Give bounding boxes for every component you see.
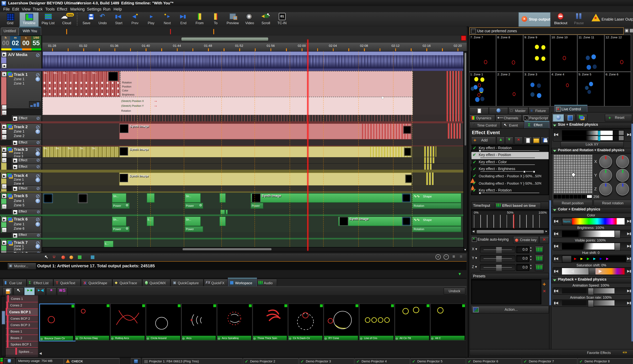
track-header-4[interactable]: Track 4 ⊘ Zone 1 ! Zone 4 xyxy=(7,172,42,186)
status-projector-1[interactable]: Projector 1: FB4 06613 (Ping 7ms) xyxy=(142,358,243,364)
page-spokes-more[interactable]: Spokes ... xyxy=(6,349,38,355)
t5-box3[interactable]: − xyxy=(2,204,7,209)
t1-right-clips[interactable] xyxy=(446,71,462,115)
record-red-icon[interactable] xyxy=(61,256,65,259)
play-button[interactable]: ► Play xyxy=(144,12,158,26)
pages-left-arrow-icon[interactable]: ◀ xyxy=(39,352,42,355)
cloud-button[interactable]: ☁ beta Cloud xyxy=(58,12,75,26)
effect-item-5[interactable]: ✓ Oscillating effect - Position X [-50%.… xyxy=(472,173,549,180)
tab-quicktrace[interactable]: ◆QuickTrace xyxy=(112,279,142,287)
no-output-icon[interactable]: ⊘ xyxy=(36,124,40,130)
scroll-thumb[interactable] xyxy=(476,230,544,234)
effect-play-button[interactable]: ▶ xyxy=(13,158,18,163)
t5-power2[interactable]: Power⚙ xyxy=(185,203,203,209)
playback-section-header[interactable]: Playback + Enabled physics xyxy=(551,278,633,283)
tab-quicktext[interactable]: TQuickText xyxy=(53,279,81,287)
cue-tile[interactable]: ◎Cir Across Diag xyxy=(75,304,110,340)
scroll-down-icon[interactable]: ▼ xyxy=(464,248,467,251)
zone-cell-6[interactable]: 6: Zone 6 xyxy=(604,72,631,106)
y-slider[interactable] xyxy=(480,255,515,262)
status-monitor-button[interactable] xyxy=(4,358,15,364)
t1-box2[interactable] xyxy=(2,105,7,110)
y-value[interactable]: 0.0 xyxy=(516,255,529,262)
t5-synth-thumb[interactable] xyxy=(252,194,261,202)
y-fft-button[interactable] xyxy=(535,255,544,262)
t6-shape-clip[interactable]: ∿∿ Shape xyxy=(412,216,461,226)
action-button[interactable]: Action... xyxy=(471,306,549,314)
brightness-slider[interactable]: ▮◀ ▶▮ xyxy=(553,230,633,238)
no-output-icon[interactable]: ⊘ xyxy=(37,209,40,214)
anim-scan-slider[interactable]: ▮◀ ▶▮ xyxy=(553,300,633,307)
x-spinner[interactable]: ▲▼ xyxy=(530,246,532,252)
zone-cell-10[interactable]: 10: Zone 10 xyxy=(550,35,577,72)
knob-z-fine[interactable] xyxy=(616,182,629,196)
playlist-button[interactable]: Play List xyxy=(39,12,57,26)
ws-copy-button[interactable] xyxy=(3,288,13,296)
step-left-icon[interactable]: ▮◀ xyxy=(554,301,558,305)
t3-effect2-content[interactable] xyxy=(42,164,465,170)
undock-button[interactable]: Undock xyxy=(444,288,465,294)
presets-list[interactable] xyxy=(471,279,541,304)
x-slider[interactable] xyxy=(480,246,515,253)
visible-points-slider[interactable]: ▮◀ ▶▮ xyxy=(553,242,633,250)
z-slider-handle[interactable] xyxy=(496,264,502,271)
position-grid[interactable] xyxy=(553,154,593,194)
prev-button[interactable]: ◀ Prev xyxy=(128,12,142,26)
tab-quickshape[interactable]: XQuickShape xyxy=(81,279,112,287)
page-cones-bcp-2[interactable]: Cones BCP 2 xyxy=(6,316,38,322)
t6-play[interactable]: ▶ xyxy=(2,217,7,222)
t4-right-clips[interactable] xyxy=(426,172,434,185)
size-section-header[interactable]: Size + Enabled physics xyxy=(551,122,633,128)
track-header-6[interactable]: Track 6 ⊘ Zone 1 ! Zone 6 xyxy=(7,216,42,233)
zone-info-icon[interactable]: ! xyxy=(36,222,40,226)
record-orange-icon[interactable] xyxy=(70,256,73,259)
timeline-hscrollbar[interactable] xyxy=(42,247,464,252)
effect-item-3[interactable]: ✓ Key effect - Color xyxy=(472,159,549,166)
menu-help[interactable]: Help xyxy=(113,7,122,11)
knob-y-coarse[interactable] xyxy=(599,169,612,182)
knob-y-fine[interactable] xyxy=(616,169,629,182)
tab-channels[interactable]: ●— Channels xyxy=(495,114,522,122)
effect-item-7[interactable]: ✓ Key effect - Rotation xyxy=(472,188,549,194)
vscroll-thumb[interactable] xyxy=(464,52,467,146)
t1-collapse-button[interactable]: ▼ xyxy=(2,72,7,77)
t1-box3[interactable]: − xyxy=(2,110,7,115)
table-blue-icon[interactable]: ▦ xyxy=(91,254,95,260)
effect-item-2-selected[interactable]: ✓ Key effect - Position xyxy=(472,152,549,159)
t1-effect-header[interactable]: ▶ Effect ⊘ xyxy=(11,115,42,122)
undo-button[interactable]: ↶ Undo xyxy=(95,12,110,26)
t7-play[interactable]: ▶ xyxy=(2,240,7,246)
t5-effect-content[interactable] xyxy=(42,209,465,214)
visible-handle[interactable] xyxy=(614,243,620,251)
grid-range-bar[interactable] xyxy=(553,194,593,199)
next-button[interactable]: ► Next xyxy=(160,12,174,26)
z-fft-button[interactable] xyxy=(535,264,544,272)
status-memory[interactable]: Memory usage: 754 MB xyxy=(16,358,64,364)
pages-vscrollbar[interactable] xyxy=(1,296,6,356)
av-stop-button[interactable]: ■ xyxy=(2,63,7,68)
playhead-line[interactable] xyxy=(307,40,308,251)
color-slider[interactable]: ▮◀ Norm. ▶▮ xyxy=(553,217,633,225)
zone-info-icon[interactable]: ! xyxy=(36,244,40,249)
tab-globe[interactable] xyxy=(489,107,508,114)
status-projector-4[interactable]: ✓Demo Projector 4 xyxy=(355,358,410,364)
t6-clip-sh1[interactable]: Sh... xyxy=(112,216,126,226)
zone-cell-9[interactable]: 9: Zone 9 xyxy=(523,35,550,72)
step-right-icon[interactable]: ▶▮ xyxy=(627,301,631,305)
menu-file[interactable]: File xyxy=(3,7,10,11)
table-green-icon[interactable]: ▦ xyxy=(78,254,82,260)
status-projector-7[interactable]: ✓Demo Projector 7 xyxy=(522,358,577,364)
timeline-vscrollbar[interactable]: ▼ xyxy=(464,51,468,252)
cue-zones-bar[interactable]: Use cue preferred zones xyxy=(469,28,624,35)
tab-fixture[interactable]: ≡ Fixture xyxy=(528,107,549,114)
t5-thumb[interactable] xyxy=(43,194,53,203)
lock-xy-button[interactable]: Lock XY xyxy=(560,142,624,148)
start-button[interactable]: ▮◀ Start xyxy=(111,12,126,26)
tab-effect-list[interactable]: ΣEffect List xyxy=(27,279,54,287)
blackout-button[interactable]: Blackout xyxy=(552,12,569,26)
t6-effect-header[interactable]: ▶ Effect ⊘ xyxy=(11,232,42,238)
status-display-button[interactable] xyxy=(131,358,140,364)
size-y-handle[interactable] xyxy=(598,136,600,141)
step-right-icon[interactable]: ▶▮ xyxy=(627,269,631,273)
zone-info-icon[interactable]: ! xyxy=(36,199,40,203)
